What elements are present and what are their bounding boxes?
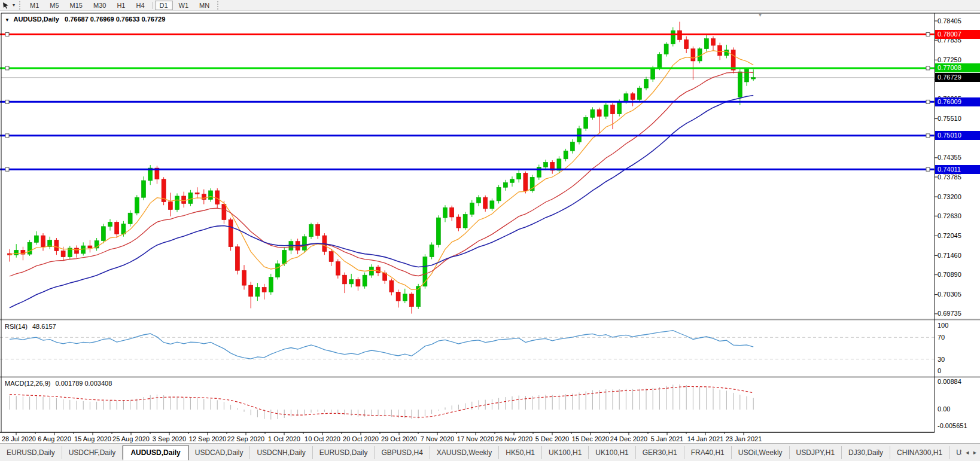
timeframe-toolbar: ▾ M1M5M15M30H1H4D1W1MN xyxy=(0,0,980,11)
chevron-down-icon[interactable]: ▾ xyxy=(11,2,17,8)
tab-scroll-nav: ◄ ► xyxy=(962,450,980,456)
date-axis-label: 6 Aug 2020 xyxy=(38,435,71,442)
date-axis-label: 15 Dec 2020 xyxy=(572,435,609,442)
chart-canvas[interactable] xyxy=(0,11,980,443)
date-axis-label: 1 Oct 2020 xyxy=(268,435,300,442)
date-axis-label: 15 Aug 2020 xyxy=(74,435,111,442)
symbol-tab-audusd-daily[interactable]: AUDUSD,Daily xyxy=(123,445,188,460)
symbol-tab-xauusd-weekly[interactable]: XAUUSD,Weekly xyxy=(430,446,499,459)
date-axis-label: 25 Aug 2020 xyxy=(112,435,150,442)
symbol-tab-eurusd-daily[interactable]: EURUSD,Daily xyxy=(313,446,375,459)
timeframe-button-h1[interactable]: H1 xyxy=(112,1,130,10)
price-axis-tick: 0.78405 xyxy=(938,17,961,25)
date-axis-label: 12 Sep 2020 xyxy=(189,435,226,442)
price-axis-tick: 0.72045 xyxy=(938,232,961,240)
price-axis-tick: 0.71460 xyxy=(938,252,961,259)
symbol-tab-hk50-h1[interactable]: HK50,H1 xyxy=(499,446,542,459)
price-line-badge: 0.74011 xyxy=(935,165,980,174)
cursor-tool-icon[interactable] xyxy=(1,1,11,10)
price-axis-tick: 0.72630 xyxy=(938,212,961,220)
price-line-badge: 0.78007 xyxy=(935,30,980,39)
macd-values: 0.001789 0.003408 xyxy=(55,380,112,387)
symbol-tab-ger30-h1[interactable]: GER30,H1 xyxy=(636,446,684,459)
macd-axis-label: -0.005651 xyxy=(938,422,967,430)
rsi-axis-label: 70 xyxy=(938,334,945,341)
date-axis-label: 14 Jan 2021 xyxy=(687,435,724,442)
symbol-tabbar: EURUSD,DailyUSDCHF,DailyAUDUSD,DailyUSDC… xyxy=(0,443,980,461)
rsi-title: RSI(14) xyxy=(5,323,28,330)
chart-title: ▼ AUDUSD,Daily 0.76687 0.76969 0.76633 0… xyxy=(5,16,165,23)
symbol-tab-usdchf-daily[interactable]: USDCHF,Daily xyxy=(62,446,123,459)
date-axis-label: 3 Sep 2020 xyxy=(153,435,186,442)
timeframe-buttons: M1M5M15M30H1H4D1W1MN xyxy=(25,1,215,10)
timeframe-button-m30[interactable]: M30 xyxy=(89,1,111,10)
chevron-down-icon[interactable]: ▼ xyxy=(5,17,10,23)
price-axis-tick: 0.74355 xyxy=(938,154,961,161)
chart-window: ▼ AUDUSD,Daily 0.76687 0.76969 0.76633 0… xyxy=(0,11,980,443)
symbol-tab-usdcnh-daily[interactable]: USDCNH,Daily xyxy=(250,446,312,459)
rsi-axis-label: 30 xyxy=(938,356,945,364)
date-axis-label: 5 Jan 2021 xyxy=(651,435,683,442)
timeframe-button-m15[interactable]: M15 xyxy=(65,1,87,10)
date-axis-label: 17 Nov 2020 xyxy=(457,435,494,442)
macd-axis-label: 0.00 xyxy=(938,405,950,413)
price-axis-tick: 0.70305 xyxy=(938,291,961,298)
rsi-axis-label: 0 xyxy=(938,367,941,375)
tab-scroll-left-icon[interactable]: ◄ xyxy=(964,450,970,456)
date-axis-label: 20 Oct 2020 xyxy=(343,435,379,442)
toolbar-grip-end[interactable] xyxy=(217,1,220,10)
price-line-badge: 0.75010 xyxy=(935,131,980,140)
timeframe-button-d1[interactable]: D1 xyxy=(155,1,173,10)
macd-title: MACD(12,26,9) xyxy=(5,380,50,387)
cursor-arrow-icon xyxy=(2,2,10,9)
symbol-tab-usdcad-daily[interactable]: USDCAD,Daily xyxy=(188,446,251,459)
chart-shift-marker-icon[interactable]: ▾ xyxy=(759,11,762,18)
rsi-indicator-label: RSI(14) 48.6157 xyxy=(5,323,56,330)
date-axis-label: 24 Dec 2020 xyxy=(610,435,647,442)
timeframe-button-mn[interactable]: MN xyxy=(194,1,214,10)
rsi-value: 48.6157 xyxy=(32,323,56,330)
current-price-badge: 0.76729 xyxy=(935,73,980,82)
symbol-tab-gbpusd-h4[interactable]: GBPUSD,H4 xyxy=(375,446,430,459)
price-line-badge: 0.77008 xyxy=(935,63,980,72)
price-axis-tick: 0.70890 xyxy=(938,271,961,279)
date-axis-label: 28 Jul 2020 xyxy=(2,435,36,442)
timeframe-button-h4[interactable]: H4 xyxy=(131,1,149,10)
chart-symbol-label: AUDUSD,Daily xyxy=(14,16,59,23)
date-axis-label: 29 Oct 2020 xyxy=(381,435,417,442)
symbol-tabs: EURUSD,DailyUSDCHF,DailyAUDUSD,DailyUSDC… xyxy=(0,444,962,461)
price-axis-tick: 0.73200 xyxy=(938,193,961,201)
price-axis-tick: 0.73785 xyxy=(938,173,961,181)
rsi-axis-label: 100 xyxy=(938,322,948,329)
symbol-tab-usdjpy-h1[interactable]: USDJPY,H1 xyxy=(790,446,842,459)
chart-ohlc-values: 0.76687 0.76969 0.76633 0.76729 xyxy=(65,16,165,23)
price-line-badge: 0.76009 xyxy=(935,97,980,106)
toolbar-separator xyxy=(152,2,153,9)
date-axis-label: 22 Sep 2020 xyxy=(227,435,264,442)
price-axis-tick: 0.69735 xyxy=(938,310,961,317)
date-axis-label: 23 Jan 2021 xyxy=(726,435,762,442)
macd-axis-label: 0.00884 xyxy=(938,378,961,386)
timeframe-button-m1[interactable]: M1 xyxy=(25,1,44,10)
timeframe-button-w1[interactable]: W1 xyxy=(174,1,194,10)
macd-indicator-label: MACD(12,26,9) 0.001789 0.003408 xyxy=(5,380,112,387)
symbol-tab-uk100-h1[interactable]: UK100,H1 xyxy=(542,446,589,459)
symbol-tab-dj30-daily[interactable]: DJ30,Daily xyxy=(842,446,890,459)
toolbar-grip[interactable] xyxy=(19,1,22,10)
symbol-tab-china300-h1[interactable]: CHINA300,H1 xyxy=(890,446,949,459)
timeframe-button-m5[interactable]: M5 xyxy=(45,1,63,10)
date-axis-label: 26 Nov 2020 xyxy=(495,435,532,442)
symbol-tab-fra40-h1[interactable]: FRA40,H1 xyxy=(684,446,732,459)
symbol-tab-usoil-weekly[interactable]: USOil,Weekly xyxy=(732,446,790,459)
price-axis-tick: 0.75510 xyxy=(938,115,961,123)
date-axis-label: 7 Nov 2020 xyxy=(421,435,454,442)
symbol-tab-us[interactable]: US xyxy=(949,446,962,459)
date-axis-label: 5 Dec 2020 xyxy=(535,435,569,442)
symbol-tab-uk100-h1[interactable]: UK100,H1 xyxy=(589,446,635,459)
price-axis-tick: 0.77250 xyxy=(938,56,961,64)
date-axis-label: 10 Oct 2020 xyxy=(305,435,340,442)
tab-scroll-right-icon[interactable]: ► xyxy=(972,450,978,456)
symbol-tab-eurusd-daily[interactable]: EURUSD,Daily xyxy=(0,446,62,459)
